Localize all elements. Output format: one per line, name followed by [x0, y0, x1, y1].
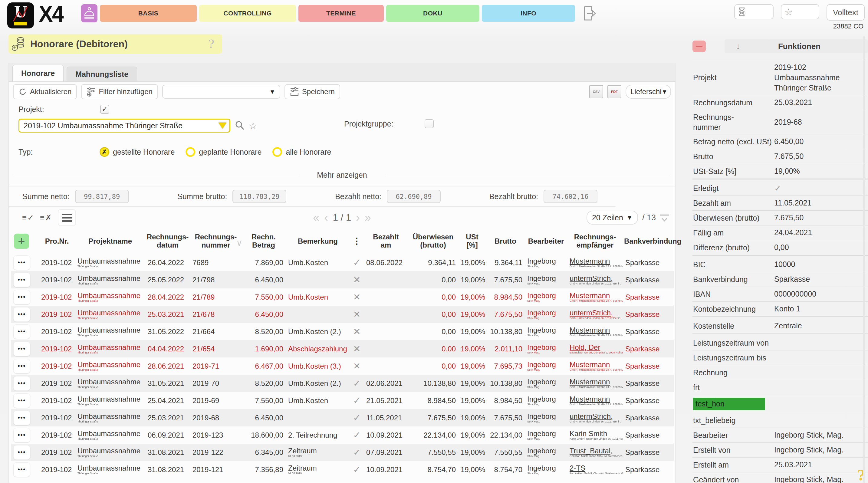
- cell-subtext: Architekten GmbH, Christian Mustermann M…: [569, 472, 620, 475]
- recipient-link[interactable]: Trust_Bautal,: [569, 447, 620, 455]
- project-checkbox[interactable]: ✓: [100, 105, 109, 114]
- recipient-link[interactable]: Mustermann: [569, 378, 620, 386]
- quick-time-input[interactable]: [734, 4, 774, 20]
- collapse-icon[interactable]: [660, 215, 669, 221]
- show-more-link[interactable]: Mehr anzeigen: [311, 171, 372, 179]
- table-row[interactable]: •••2019-102UmbaumassnahmeThüringer Straß…: [11, 426, 674, 444]
- tab-mahnungsliste[interactable]: Mahnungsliste: [67, 67, 137, 82]
- cell-pro_nr: 2019-102: [39, 305, 75, 323]
- favorites-input[interactable]: ☆: [781, 4, 819, 20]
- col-header-number[interactable]: Rechnungs- nummer∨: [190, 228, 242, 254]
- col-header-paid_on[interactable]: Bezahlt am: [364, 228, 408, 254]
- functions-button[interactable]: ↓ Funktionen: [724, 39, 868, 53]
- cell-subtext: Thüringer Straße: [78, 265, 143, 268]
- table-row[interactable]: •••2019-102UmbaumassnahmeThüringer Straß…: [11, 288, 674, 305]
- nav-tab-info[interactable]: INFO: [482, 5, 575, 22]
- recipient-link[interactable]: Mustermann: [569, 395, 620, 403]
- refresh-button[interactable]: Aktualisieren: [13, 84, 77, 99]
- recipient-link[interactable]: Mustermann: [569, 326, 620, 334]
- recipient-link[interactable]: Karin Smith: [569, 430, 620, 437]
- nav-tab-termine[interactable]: TERMINE: [299, 5, 384, 22]
- table-row[interactable]: •••2019-102UmbaumassnahmeThüringer Straß…: [11, 340, 674, 357]
- search-icon[interactable]: [235, 121, 245, 131]
- table-menu-button[interactable]: [58, 209, 76, 226]
- col-header-note[interactable]: Bemerkung: [286, 228, 350, 254]
- table-row[interactable]: •••2019-102UmbaumassnahmeThüringer Straß…: [11, 375, 674, 392]
- next-page-button[interactable]: ›: [356, 211, 360, 224]
- recipient-link[interactable]: 2-TS: [569, 464, 620, 472]
- select-all-icon[interactable]: ≡✓: [22, 213, 34, 222]
- export-csv-button[interactable]: CSV: [589, 85, 603, 98]
- cell-vat: 19,00%: [458, 254, 486, 271]
- col-header-editor[interactable]: Bearbeiter: [525, 228, 567, 254]
- row-menu-button[interactable]: •••: [13, 255, 30, 270]
- recipient-link[interactable]: Mustermann: [569, 361, 620, 368]
- col-header-status[interactable]: ⋮: [350, 228, 364, 254]
- table-row[interactable]: •••2019-102UmbaumassnahmeThüringer Straß…: [11, 254, 674, 271]
- col-header-vat[interactable]: USt [%]: [458, 228, 486, 254]
- table-row[interactable]: •••2019-102UmbaumassnahmeThüringer Straß…: [11, 461, 674, 478]
- row-menu-button[interactable]: •••: [13, 307, 30, 322]
- rows-per-page-select[interactable]: 20 Zeilen ▼: [587, 211, 638, 225]
- col-header-amount[interactable]: Rechn. Betrag: [242, 228, 286, 254]
- col-header-project[interactable]: Projektname: [75, 228, 145, 254]
- table-row[interactable]: •••2019-102UmbaumassnahmeThüringer Straß…: [11, 357, 674, 375]
- row-menu-button[interactable]: •••: [13, 445, 30, 460]
- add-row-button[interactable]: +: [14, 234, 29, 249]
- help-icon[interactable]: ?: [208, 37, 214, 51]
- row-menu-button[interactable]: •••: [13, 290, 30, 304]
- row-menu-button[interactable]: •••: [13, 376, 30, 391]
- add-filter-button[interactable]: Filter hinzufügen: [81, 84, 158, 99]
- app-menu-button[interactable]: [81, 4, 97, 22]
- table-row[interactable]: •••2019-102UmbaumassnahmeThüringer Straß…: [11, 444, 674, 461]
- prev-page-button[interactable]: ‹: [324, 211, 328, 224]
- recipient-link[interactable]: untermStrich,: [569, 275, 620, 282]
- collapse-sidebar-button[interactable]: [692, 40, 706, 52]
- col-header-pro_nr[interactable]: Pro.Nr.: [39, 228, 75, 254]
- row-menu-button[interactable]: •••: [13, 393, 30, 408]
- table-row[interactable]: •••2019-102UmbaumassnahmeThüringer Straß…: [11, 305, 674, 323]
- row-menu-button[interactable]: •••: [13, 273, 30, 287]
- col-header-gross[interactable]: Brutto: [486, 228, 525, 254]
- table-row[interactable]: •••2019-102UmbaumassnahmeThüringer Straß…: [11, 409, 674, 426]
- recipient-link[interactable]: untermStrich,: [569, 309, 620, 317]
- table-row[interactable]: •••2019-102UmbaumassnahmeThüringer Straß…: [11, 392, 674, 409]
- col-header-date[interactable]: Rechnungs- datum: [145, 228, 190, 254]
- nav-tab-basis[interactable]: BASIS: [100, 5, 197, 22]
- row-menu-cell: •••: [11, 461, 39, 478]
- row-menu-button[interactable]: •••: [13, 359, 30, 374]
- nav-tab-doku[interactable]: DOKU: [386, 5, 479, 22]
- recipient-link[interactable]: untermStrich,: [569, 413, 620, 420]
- volltext-button[interactable]: Volltext: [827, 4, 865, 21]
- col-header-recipient[interactable]: Rechnungs- empfänger: [567, 228, 623, 254]
- table-row[interactable]: •••2019-102UmbaumassnahmeThüringer Straß…: [11, 323, 674, 340]
- project-select[interactable]: 2019-102 Umbaumassnahme Thüringer Straße: [19, 119, 230, 133]
- report-select[interactable]: Lieferschi ▼: [626, 85, 671, 99]
- nav-tab-controlling[interactable]: CONTROLLING: [199, 5, 296, 22]
- row-menu-button[interactable]: •••: [13, 428, 30, 443]
- table-row[interactable]: •••2019-102UmbaumassnahmeThüringer Straß…: [11, 271, 674, 288]
- radio-gestellte[interactable]: ✗: [100, 147, 109, 157]
- logout-button[interactable]: [583, 5, 596, 21]
- favorite-star-icon[interactable]: ☆: [249, 121, 257, 131]
- row-menu-button[interactable]: •••: [13, 411, 30, 425]
- col-header-bank[interactable]: Bankverbindung: [623, 228, 674, 254]
- row-menu-button[interactable]: •••: [13, 342, 30, 356]
- saved-filter-select[interactable]: ▼: [162, 85, 280, 99]
- recipient-link[interactable]: Hold, Der: [569, 344, 620, 351]
- col-header-transferred[interactable]: Überwiesen (brutto): [408, 228, 458, 254]
- deselect-all-icon[interactable]: ≡✗: [40, 213, 52, 222]
- row-menu-button[interactable]: •••: [13, 324, 30, 339]
- tab-honorare[interactable]: Honorare: [12, 65, 64, 82]
- last-page-button[interactable]: »: [365, 211, 371, 224]
- scrollbar[interactable]: [863, 36, 865, 483]
- recipient-link[interactable]: Mustermann: [569, 257, 620, 265]
- first-page-button[interactable]: «: [313, 211, 319, 224]
- radio-geplante[interactable]: [186, 147, 195, 157]
- recipient-link[interactable]: Mustermann: [569, 292, 620, 299]
- projectgroup-checkbox[interactable]: [425, 119, 434, 128]
- radio-alle[interactable]: [272, 147, 282, 157]
- export-pdf-button[interactable]: PDF: [608, 85, 621, 98]
- save-button[interactable]: Speichern: [284, 84, 340, 99]
- row-menu-button[interactable]: •••: [13, 462, 30, 477]
